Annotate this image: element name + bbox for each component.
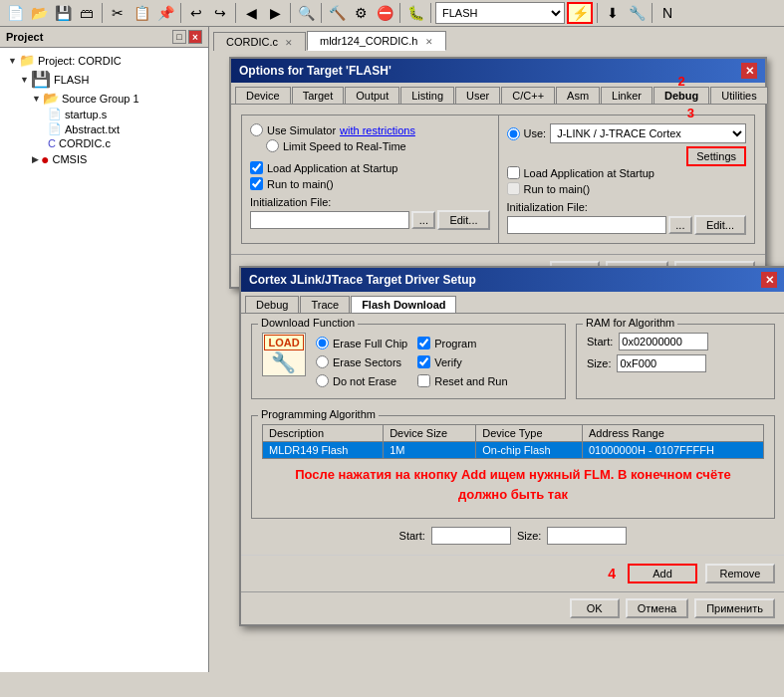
separator-5 <box>321 3 322 23</box>
flash-button[interactable]: ⚡ <box>567 2 593 24</box>
erase-sectors-radio[interactable] <box>316 355 329 368</box>
settings-button[interactable]: Settings <box>686 146 746 166</box>
stop-build-button[interactable]: ⛔ <box>374 2 395 24</box>
ram-start-input[interactable] <box>619 333 708 350</box>
flash-tab-trace[interactable]: Trace <box>300 296 350 313</box>
load-app-left-check[interactable] <box>250 161 263 174</box>
init-file-right-input[interactable] <box>507 216 666 234</box>
flash-dialog-close[interactable]: ✕ <box>761 272 777 288</box>
download-button[interactable]: ⬇ <box>602 2 624 24</box>
tab-debug[interactable]: 2 Debug <box>653 87 709 104</box>
flash-apply-button[interactable]: Применить <box>694 598 775 618</box>
target-combo[interactable]: FLASH <box>435 2 565 24</box>
debug-driver-combo[interactable]: J-LINK / J-TRACE Cortex <box>550 123 746 143</box>
project-header-buttons: □ × <box>172 30 202 44</box>
init-file-left-input[interactable] <box>250 211 409 229</box>
load-app-right-check[interactable] <box>507 166 520 179</box>
tab-device[interactable]: Device <box>235 87 291 104</box>
init-file-left-row: Initialization File: ... Edit... <box>250 196 490 230</box>
tree-item-abstract[interactable]: 📄 Abstract.txt <box>0 121 208 136</box>
browse-left-button[interactable]: ... <box>411 211 435 229</box>
new-button[interactable]: 📄 <box>4 2 26 24</box>
edit-left-button[interactable]: Edit... <box>437 210 489 230</box>
tabs-bar: CORDIC.c ✕ mldr124_CORDIC.h ✕ <box>209 27 784 51</box>
flash-ok-button[interactable]: OK <box>570 598 620 618</box>
use-jlink-row: Use: J-LINK / J-TRACE Cortex <box>507 123 747 143</box>
toolbar-area: 📄 📂 💾 🗃 ✂ 📋 📌 ↩ ↪ ◀ ▶ 🔍 🔨 ⚙ ⛔ 🐛 FLASH ⚡ … <box>0 0 784 27</box>
tree-item-cordic-c[interactable]: C CORDIC.c <box>0 136 208 150</box>
tab-cordic-c[interactable]: CORDIC.c ✕ <box>213 32 306 51</box>
load-app-right-label: Load Application at Startup <box>524 167 654 179</box>
project-float-button[interactable]: □ <box>172 30 186 44</box>
add-button[interactable]: Add <box>628 564 697 583</box>
extra-button[interactable]: 🔧 <box>626 2 648 24</box>
restrictions-link[interactable]: with restrictions <box>340 124 415 136</box>
find-button[interactable]: 🔍 <box>295 2 317 24</box>
tab-target[interactable]: Target <box>292 87 345 104</box>
copy-button[interactable]: 📋 <box>131 2 152 24</box>
edit-right-button[interactable]: Edit... <box>694 215 746 235</box>
ram-algorithm-group: RAM for Algorithm Start: Size: <box>576 324 775 399</box>
size-input[interactable] <box>547 527 627 545</box>
save-all-button[interactable]: 🗃 <box>76 2 98 24</box>
flash-dialog-bottom: 4 Add Remove <box>241 555 784 591</box>
erase-full-radio[interactable] <box>316 337 329 349</box>
table-row[interactable]: MLDR149 Flash 1M On-chip Flash 01000000H… <box>263 442 764 459</box>
use-simulator-radio[interactable] <box>250 123 263 136</box>
tree-item-project[interactable]: ▼ 📁 Project: CORDIC <box>0 52 208 69</box>
tab-user[interactable]: User <box>455 87 500 104</box>
tree-item-startup[interactable]: 📄 startup.s <box>0 107 208 121</box>
forward-button[interactable]: ▶ <box>264 2 286 24</box>
flash-cancel-button[interactable]: Отмена <box>626 598 688 618</box>
separator-9 <box>652 3 653 23</box>
paste-button[interactable]: 📌 <box>154 2 176 24</box>
tree-item-source-group[interactable]: ▼ 📂 Source Group 1 <box>0 90 208 107</box>
ram-size-input[interactable] <box>617 354 706 372</box>
save-button[interactable]: 💾 <box>52 2 74 24</box>
program-check[interactable] <box>417 337 430 349</box>
tab-cpp[interactable]: C/C++ <box>501 87 555 104</box>
debug-button[interactable]: 🐛 <box>404 2 426 24</box>
project-close-button[interactable]: × <box>188 30 202 44</box>
flash-tab-debug[interactable]: Debug <box>245 296 299 313</box>
rebuild-button[interactable]: ⚙ <box>350 2 372 24</box>
reset-run-row: Reset and Run <box>417 374 507 387</box>
startup-file-icon: 📄 <box>48 108 62 120</box>
redo-button[interactable]: ↪ <box>209 2 231 24</box>
use-jlink-radio[interactable] <box>507 127 520 140</box>
browse-right-button[interactable]: ... <box>668 216 692 234</box>
tab-output[interactable]: Output <box>345 87 399 104</box>
undo-button[interactable]: ↩ <box>185 2 207 24</box>
verify-check[interactable] <box>417 355 430 368</box>
flash-icon: 💾 <box>31 70 51 89</box>
options-dialog-close[interactable]: ✕ <box>741 63 757 79</box>
back-button[interactable]: ◀ <box>240 2 262 24</box>
open-button[interactable]: 📂 <box>28 2 50 24</box>
cut-button[interactable]: ✂ <box>107 2 129 24</box>
ram-start-label: Start: <box>587 336 613 348</box>
tab-mldr124[interactable]: mldr124_CORDIC.h ✕ <box>307 31 445 51</box>
reset-run-check[interactable] <box>417 374 430 387</box>
tab-cordic-c-close[interactable]: ✕ <box>285 38 293 48</box>
run-to-main-left-check[interactable] <box>250 177 263 190</box>
flash-tab-flash-download[interactable]: Flash Download <box>351 296 456 313</box>
reset-run-label: Reset and Run <box>434 375 507 387</box>
limit-speed-radio[interactable] <box>266 139 279 152</box>
cordic-c-icon: C <box>48 137 56 149</box>
tree-item-flash[interactable]: ▼ 💾 FLASH <box>0 69 208 90</box>
build-button[interactable]: 🔨 <box>326 2 348 24</box>
tab-mldr124-close[interactable]: ✕ <box>425 37 433 47</box>
do-not-erase-radio[interactable] <box>316 374 329 387</box>
remove-button[interactable]: Remove <box>705 564 775 583</box>
tab-linker[interactable]: Linker <box>601 87 653 104</box>
run-to-main-right-check[interactable] <box>507 182 520 195</box>
tab-listing[interactable]: Listing <box>400 87 454 104</box>
separator-7 <box>430 3 431 23</box>
tab-asm[interactable]: Asm <box>556 87 600 104</box>
start-input[interactable] <box>431 527 511 545</box>
use-simulator-label: Use Simulator <box>267 124 336 136</box>
start-size-row: Start: Size: <box>251 527 775 545</box>
tree-item-cmsis[interactable]: ▶ ● CMSIS <box>0 150 208 168</box>
tab-utilities[interactable]: Utilities <box>710 87 767 104</box>
help-button[interactable]: N <box>656 2 678 24</box>
